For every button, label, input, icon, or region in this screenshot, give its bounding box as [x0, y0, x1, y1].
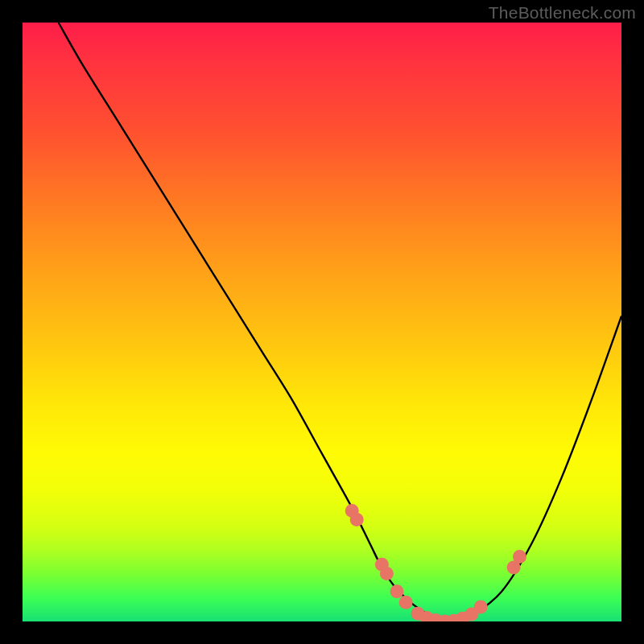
plot-area	[23, 23, 621, 621]
curve-marker	[390, 584, 404, 598]
curve-marker	[513, 550, 526, 564]
chart-frame: TheBottleneck.com	[0, 0, 644, 644]
curve-marker	[350, 513, 364, 526]
curve-path	[59, 23, 621, 621]
curve-marker	[474, 601, 488, 614]
bottleneck-curve	[59, 23, 621, 621]
curve-markers	[345, 504, 526, 621]
curve-marker	[380, 567, 394, 580]
watermark-text: TheBottleneck.com	[489, 3, 636, 23]
curve-marker	[399, 596, 413, 609]
curve-layer	[23, 23, 621, 621]
